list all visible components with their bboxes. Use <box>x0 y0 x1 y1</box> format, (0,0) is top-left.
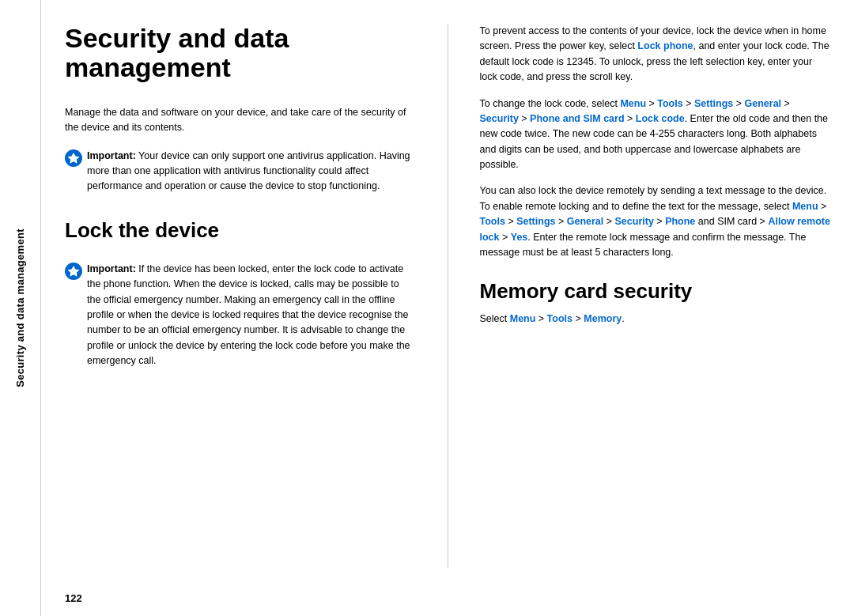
gt3: > <box>733 98 744 109</box>
mgt2: > <box>572 313 584 324</box>
gt1: > <box>646 98 657 109</box>
link-general1[interactable]: General <box>745 98 782 109</box>
link-memory[interactable]: Memory <box>584 313 622 324</box>
link-tools2[interactable]: Tools <box>480 216 505 227</box>
section-title-lock: Lock the device <box>65 218 416 243</box>
gt4: > <box>781 98 790 109</box>
left-column: Security and data management Manage the … <box>65 24 416 569</box>
mgt1: > <box>535 313 546 324</box>
link-phone-sim1[interactable]: Phone and SIM card <box>530 113 624 124</box>
p3gt6: > <box>500 232 511 243</box>
right-para-2: To change the lock code, select Menu > T… <box>480 96 831 173</box>
p3gt1: > <box>818 201 827 212</box>
gt2: > <box>683 98 694 109</box>
link-menu3[interactable]: Menu <box>510 313 536 324</box>
para3a: You can also lock the device remotely by… <box>480 185 827 211</box>
p3gt4: > <box>603 216 614 227</box>
link-settings1[interactable]: Settings <box>694 98 733 109</box>
important-block-2: Important: If the device has been locked… <box>65 262 416 369</box>
link-tools3[interactable]: Tools <box>547 313 572 324</box>
memory-title: Memory card security <box>480 279 831 304</box>
link-tools1[interactable]: Tools <box>657 98 682 109</box>
link-yes[interactable]: Yes <box>511 232 528 243</box>
link-settings2[interactable]: Settings <box>516 216 555 227</box>
column-divider <box>448 24 448 569</box>
star-icon-1 <box>65 149 82 167</box>
important-text-2: Important: If the device has been locked… <box>87 262 416 369</box>
para2a: To change the lock code, select <box>480 98 621 109</box>
star-icon-2 <box>65 263 82 280</box>
important-text-1: Important: Your device can only support … <box>87 149 416 195</box>
right-para-1: To prevent access to the contents of you… <box>480 24 831 85</box>
sidebar-label: Security and data management <box>14 229 26 387</box>
p3gt2: > <box>505 216 516 227</box>
important-label-2: Important: <box>87 263 136 274</box>
page-number: 122 <box>41 584 854 616</box>
memory-end: . <box>622 313 624 324</box>
important-label-1: Important: <box>87 150 136 161</box>
columns: Security and data management Manage the … <box>41 0 854 584</box>
para3b: and SIM card > <box>695 216 768 227</box>
link-menu2[interactable]: Menu <box>792 201 818 212</box>
link-menu1[interactable]: Menu <box>620 98 646 109</box>
gt5: > <box>519 113 530 124</box>
gt6: > <box>625 113 636 124</box>
link-phone2[interactable]: Phone <box>665 216 695 227</box>
memory-para: Select Menu > Tools > Memory. <box>480 312 831 327</box>
link-security2[interactable]: Security <box>615 216 654 227</box>
right-column: To prevent access to the contents of you… <box>480 24 831 569</box>
right-para-3: You can also lock the device remotely by… <box>480 183 831 260</box>
main-content: Security and data management Manage the … <box>41 0 854 616</box>
important-body-1: Your device can only support one antivir… <box>87 150 410 192</box>
link-lock-phone[interactable]: Lock phone <box>637 40 693 51</box>
intro-text: Manage the data and software on your dev… <box>65 105 416 136</box>
important-body-2: If the device has been locked, enter the… <box>87 263 410 366</box>
p3gt3: > <box>555 216 566 227</box>
important-block-1: Important: Your device can only support … <box>65 149 416 195</box>
page-title: Security and data management <box>65 24 416 83</box>
link-security1[interactable]: Security <box>480 113 519 124</box>
para3c: . Enter the remote lock message and conf… <box>480 232 807 258</box>
p3gt5: > <box>654 216 665 227</box>
memory-para-text: Select <box>480 313 510 324</box>
link-lock-code[interactable]: Lock code <box>636 113 685 124</box>
link-general2[interactable]: General <box>567 216 604 227</box>
sidebar: Security and data management <box>0 0 41 616</box>
